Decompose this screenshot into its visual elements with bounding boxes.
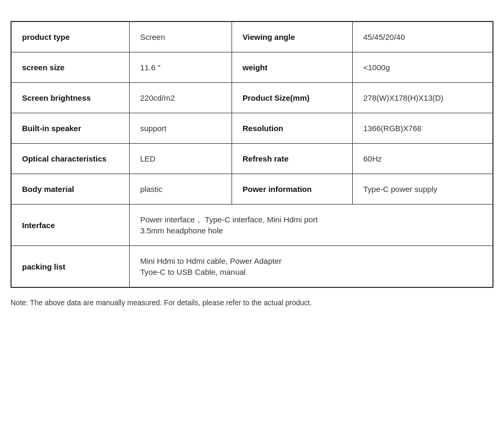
value-cell-4-right: 1366(RGB)X768 — [353, 113, 493, 144]
value-cell-3-right: 278(W)X178(H)X13(D) — [353, 83, 493, 113]
span-value-1: Power interface， Type-C interface, Mini … — [130, 205, 493, 246]
span-label-1: Interface — [12, 205, 130, 246]
note-text: Note: The above data are manually measur… — [10, 298, 494, 307]
value-cell-1-left: Screen — [130, 22, 232, 52]
value-cell-6-left: plastic — [130, 174, 232, 205]
value-cell-4-left: support — [130, 113, 232, 144]
value-cell-1-right: 45/45/20/40 — [353, 22, 493, 52]
label-cell-5-left: Optical characteristics — [12, 144, 130, 174]
label-cell-5-right: Refresh rate — [232, 144, 353, 174]
label-cell-6-right: Power information — [232, 174, 353, 205]
label-cell-3-left: Screen brightness — [12, 83, 130, 113]
span-value-2: Mini Hdmi to Hdmi cable, Power AdapterTy… — [130, 246, 493, 287]
label-cell-2-left: screen size — [12, 52, 130, 83]
label-cell-1-left: product type — [12, 22, 130, 52]
span-label-2: packing list — [12, 246, 130, 287]
value-cell-2-right: <1000g — [353, 52, 493, 83]
value-cell-6-right: Type-C power supply — [353, 174, 493, 205]
label-cell-4-right: Resolution — [232, 113, 353, 144]
label-cell-1-right: Viewing angle — [232, 22, 353, 52]
value-cell-2-left: 11.6 " — [130, 52, 232, 83]
label-cell-3-right: Product Size(mm) — [232, 83, 353, 113]
value-cell-5-right: 60Hz — [353, 144, 493, 174]
label-cell-2-right: weight — [232, 52, 353, 83]
product-specs-table: product typeScreenViewing angle45/45/20/… — [10, 21, 494, 288]
label-cell-4-left: Built-in speaker — [12, 113, 130, 144]
value-cell-5-left: LED — [130, 144, 232, 174]
label-cell-6-left: Body material — [12, 174, 130, 205]
value-cell-3-left: 220cd/m2 — [130, 83, 232, 113]
